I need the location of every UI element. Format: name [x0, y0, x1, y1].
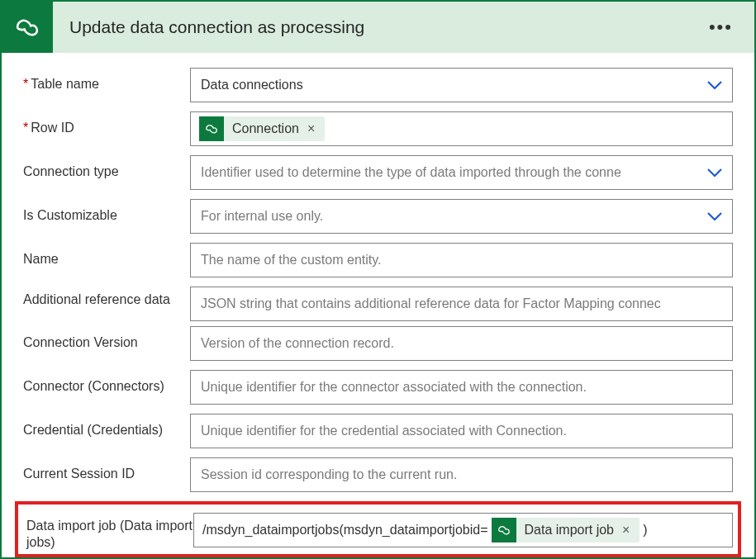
remove-token-icon[interactable]: ×	[304, 121, 318, 136]
dataverse-icon	[2, 2, 53, 53]
field-label: Connection Version	[23, 326, 190, 351]
dynamic-token-connection[interactable]: Connection ×	[199, 116, 325, 141]
field-name: Name The name of the custom entity.	[23, 243, 733, 277]
connection-type-select[interactable]: Identifier used to determine the type of…	[190, 155, 733, 190]
field-label: Connector (Connectors)	[23, 370, 190, 395]
field-is-customizable: Is Customizable For internal use only.	[23, 199, 733, 234]
dataverse-icon	[492, 518, 516, 542]
field-additional-reference-data: Additional reference data JSON string th…	[23, 287, 733, 321]
is-customizable-select[interactable]: For internal use only.	[190, 199, 733, 234]
additional-reference-data-input[interactable]: JSON string that contains additional ref…	[190, 287, 733, 321]
data-import-job-input[interactable]: /msdyn_dataimportjobs(msdyn_dataimportjo…	[193, 513, 733, 547]
expression-suffix: )	[643, 523, 647, 538]
field-label: Is Customizable	[23, 199, 190, 224]
dynamic-token-data-import-job[interactable]: Data import job ×	[492, 518, 640, 542]
field-row-id: *Row ID Connection ×	[23, 111, 733, 146]
field-label: Credential (Credentials)	[23, 414, 190, 438]
field-label: *Table name	[23, 68, 190, 92]
current-session-id-input[interactable]: Session id corresponding to the current …	[190, 457, 733, 492]
token-label: Connection	[232, 121, 304, 136]
row-id-input[interactable]: Connection ×	[190, 111, 733, 146]
remove-token-icon[interactable]: ×	[619, 523, 633, 538]
dataverse-icon	[199, 116, 224, 141]
field-connection-version: Connection Version Version of the connec…	[23, 326, 733, 361]
field-current-session-id: Current Session ID Session id correspond…	[23, 457, 733, 492]
connector-input[interactable]: Unique identifier for the connector asso…	[190, 370, 733, 405]
more-menu-icon[interactable]: •••	[702, 10, 739, 45]
field-label: Name	[23, 243, 190, 268]
credential-input[interactable]: Unique identifier for the credential ass…	[190, 414, 733, 448]
expression-prefix: /msdyn_dataimportjobs(msdyn_dataimportjo…	[202, 523, 488, 538]
field-connector: Connector (Connectors) Unique identifier…	[23, 370, 733, 405]
field-connection-type: Connection type Identifier used to deter…	[23, 155, 733, 190]
field-label: Connection type	[23, 155, 190, 180]
field-label: Additional reference data	[23, 287, 190, 308]
field-data-import-job-highlighted: Data import job (Data import jobs) /msdy…	[15, 501, 741, 557]
field-credential: Credential (Credentials) Unique identifi…	[23, 414, 733, 448]
form-body: *Table name Data connections *Row ID Con…	[2, 53, 754, 559]
card-title: Update data connection as processing	[69, 17, 702, 37]
name-input[interactable]: The name of the custom entity.	[190, 243, 733, 277]
field-table-name: *Table name Data connections	[23, 68, 733, 102]
table-name-select[interactable]: Data connections	[190, 68, 733, 102]
connection-version-input[interactable]: Version of the connection record.	[190, 326, 733, 361]
card-header: Update data connection as processing •••	[2, 2, 754, 53]
field-label: *Row ID	[23, 111, 190, 136]
token-label: Data import job	[525, 523, 620, 538]
field-label: Data import job (Data import jobs)	[23, 513, 193, 551]
field-label: Current Session ID	[23, 457, 190, 482]
